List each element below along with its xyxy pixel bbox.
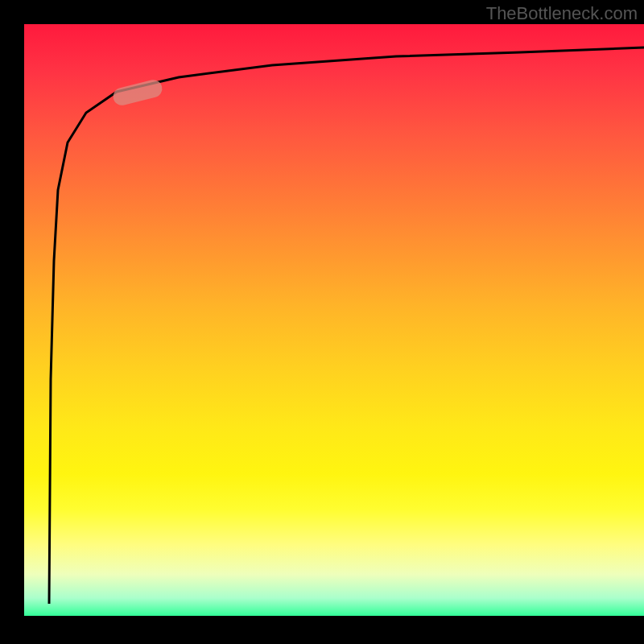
- watermark-text: TheBottleneck.com: [486, 3, 638, 24]
- chart-area: [24, 24, 644, 616]
- gradient-background: [24, 24, 644, 616]
